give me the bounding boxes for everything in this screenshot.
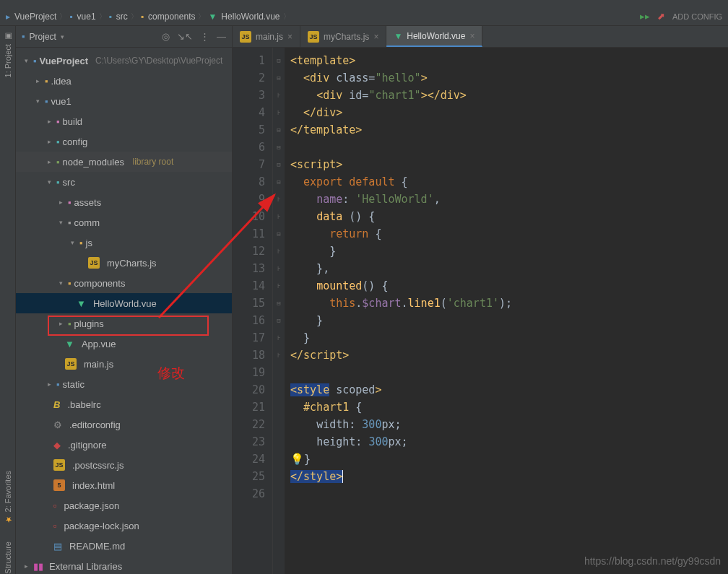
tree-item-build[interactable]: ▸▪build [16,111,232,131]
chevron-right-icon: 〉 [198,12,205,22]
tree-item-js[interactable]: ▾▪js [16,232,232,253]
tree-label: vue1 [51,96,72,107]
tree-label: .postcssrc.js [72,460,124,471]
tree-label: myCharts.js [107,258,157,269]
breadcrumb-bar: ▸ VueProject 〉 ▪ vue1 〉 ▪ src 〉 ▪ compon… [0,7,728,26]
chevron-down-icon: ▾ [22,57,30,64]
fold-gutter: ⊟⊟⊦⊦⊟⊟⊟⊟⊦⊦⊟⊦⊦⊦⊟⊟⊦⊦ [273,48,285,574]
tree-item-extlib[interactable]: ▸▮▮External Libraries [16,556,232,574]
folder-icon: ▪ [56,379,60,390]
close-icon[interactable]: × [373,32,378,42]
tool-structure-tab[interactable]: Structure [4,542,12,574]
hide-icon[interactable]: — [217,31,226,42]
code-editor[interactable]: 1234567891011121314151617181920212223242… [233,48,728,574]
folder-icon: ▪ [69,12,72,22]
tree-item-vue1[interactable]: ▾▪vue1 [16,91,232,111]
js-icon: JS [65,358,77,370]
tree-label: .gitignore [68,440,106,451]
folder-icon: ▪ [68,197,72,208]
breadcrumb-item[interactable]: ▪ vue1 [69,12,95,22]
close-icon[interactable]: × [287,32,292,42]
editor-area: JS main.js × JS myCharts.js × ▼ HelloWor… [233,26,728,574]
tool-favorites-tab[interactable]: ★ 2: Favorites [3,471,12,524]
breadcrumb-item[interactable]: ▼ HelloWorld.vue [208,12,280,22]
js-icon: JS [53,459,65,471]
tree-item-postcss[interactable]: JS.postcssrc.js [16,455,232,475]
tree-label: assets [74,197,102,208]
tree-item-mainjs[interactable]: JSmain.js [16,354,232,374]
tab-mycharts[interactable]: JS myCharts.js × [300,26,386,47]
tab-mainjs[interactable]: JS main.js × [233,26,300,47]
tree-item-src[interactable]: ▾▪src [16,172,232,192]
vue-icon: ▼ [77,298,86,309]
tree-item-babelrc[interactable]: B.babelrc [16,394,232,414]
watermark: https://blog.csdn.net/gy99csdn [584,555,721,567]
tree-label: config [63,136,88,147]
tree-root[interactable]: ▾ ▪ VueProject C:\Users\GY\Desktop\VuePr… [16,51,232,71]
vue-icon: ▼ [65,339,74,349]
tree-item-helloworld[interactable]: ▼HelloWorld.vue [16,293,232,313]
target-icon[interactable]: ◎ [162,31,170,42]
breadcrumb-item[interactable]: ▪ components [141,12,196,22]
git-icon: ◆ [53,440,61,451]
tool-project-tab[interactable]: 1: Project ▣ [3,32,12,77]
tree-item-config[interactable]: ▸▪config [16,131,232,152]
tree-label: index.html [72,480,115,491]
chevron-down-icon[interactable]: ▾ [61,33,64,40]
tree-item-comm[interactable]: ▾▪comm [16,212,232,232]
add-config-button[interactable]: ADD CONFIG [672,12,722,21]
folder-icon: ▪ [56,177,60,188]
chevron-right-icon: ▸ [45,138,53,145]
menu-bar [0,0,728,7]
chevron-down-icon: ▾ [68,239,77,246]
tab-label: main.js [256,32,283,42]
chevron-right-icon: 〉 [59,12,66,22]
tree-item-indexhtml[interactable]: 5index.html [16,475,232,495]
collapse-icon[interactable]: ↘↖ [177,31,193,42]
vue-icon: ▼ [394,31,402,41]
tree-path: C:\Users\GY\Desktop\VueProject [95,56,222,66]
chevron-right-icon: ▸ [33,77,42,84]
tree-item-static[interactable]: ▸▪static [16,374,232,394]
tree-item-nodemodules[interactable]: ▸▪node_modules library root [16,152,232,172]
tree-label: .babelrc [67,399,100,410]
project-tree[interactable]: ▾ ▪ VueProject C:\Users\GY\Desktop\VuePr… [16,48,232,574]
chevron-right-icon: 〉 [283,12,290,22]
breadcrumb-label: VueProject [14,12,56,22]
sidebar-header: ▪ Project ▾ ◎ ↘↖ ⋮ — [16,26,232,48]
chevron-down-icon: ▾ [56,279,65,287]
more-icon[interactable]: ⋮ [200,31,209,42]
folder-icon: ▪ [22,31,25,42]
annotation-text: 修改 [157,364,185,383]
markdown-icon: ▤ [53,541,62,552]
tree-item-idea[interactable]: ▸▪.idea [16,71,232,91]
editorconfig-icon: ⚙ [53,419,62,430]
tree-label: .idea [51,76,72,87]
tree-label: src [63,177,75,188]
tree-item-components[interactable]: ▾▪components [16,273,232,293]
tree-item-package[interactable]: ▫package.json [16,495,232,516]
tab-helloworld[interactable]: ▼ HelloWorld.vue × [386,26,482,47]
babel-icon: B [53,399,60,410]
code-content[interactable]: <template> <div class="hello"> <div id="… [285,48,728,574]
tree-item-packagelock[interactable]: ▫package-lock.json [16,516,232,536]
folder-icon: ▪ [68,217,72,228]
tree-item-mycharts[interactable]: JSmyCharts.js [16,253,232,273]
tree-item-appvue[interactable]: ▼App.vue [16,334,232,354]
tree-item-editorconfig[interactable]: ⚙.editorconfig [16,414,232,435]
folder-icon: ▪ [56,116,60,127]
breadcrumb-item[interactable]: ▪ src [109,12,128,22]
breadcrumb-item[interactable]: ▸ VueProject [6,12,56,22]
tree-item-readme[interactable]: ▤README.md [16,536,232,556]
folder-icon: ▪ [79,238,83,248]
debug-icon[interactable]: ⬈ [657,11,665,22]
tree-item-assets[interactable]: ▸▪assets [16,192,232,212]
tree-label: main.js [84,359,113,370]
close-icon[interactable]: × [469,31,474,41]
json-icon: ▫ [53,521,57,531]
run-icon[interactable]: ▸▸ [640,11,650,22]
chevron-right-icon: ▸ [45,381,53,388]
tree-label: node_modules [63,157,124,168]
line-gutter: 1234567891011121314151617181920212223242… [233,48,273,574]
tree-item-gitignore[interactable]: ◆.gitignore [16,435,232,455]
